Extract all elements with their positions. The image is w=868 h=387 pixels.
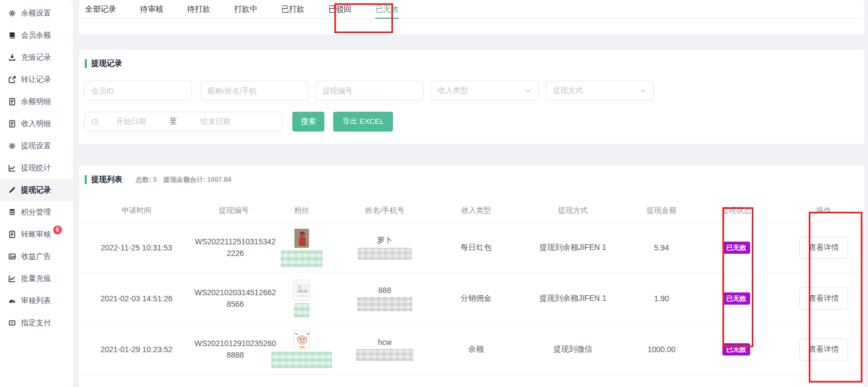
gear-icon	[8, 142, 16, 150]
end-date-placeholder: 结束日期	[183, 117, 248, 127]
status-badge: 已无效	[722, 292, 750, 305]
sidebar-item-balance-settings[interactable]: 余额设置	[0, 2, 73, 24]
member-id-input[interactable]	[84, 81, 192, 101]
list-title-text: 提现列表	[91, 175, 122, 185]
status-tabs: 全部记录 待审核 待打款 打款中 已打款 已驳回 已无效	[79, 0, 864, 19]
sidebar-item-label: 收益广告	[21, 252, 51, 262]
cell-apply-time: 2021-02-03 14:51:26	[79, 294, 194, 303]
cell-fan	[274, 331, 329, 368]
sidebar-item-transfer-records[interactable]: 转让记录	[0, 69, 73, 91]
line-chart-icon	[8, 164, 16, 172]
sidebar-item-recharge-records[interactable]: 充值记录	[0, 46, 73, 69]
sidebar-item-batch-recharge[interactable]: 批量充值	[0, 268, 73, 290]
withdraw-method-select[interactable]: 提现方式	[546, 81, 654, 101]
cell-name-phone: hcw	[329, 338, 440, 361]
cell-amount: 1.90	[634, 294, 689, 303]
col-header-apply-time: 申请时间	[79, 206, 194, 216]
fan-name: 萝卜	[377, 236, 392, 245]
tab-paying[interactable]: 打款中	[234, 0, 257, 19]
blurred-fan-name	[281, 250, 323, 267]
sidebar-item-income-details[interactable]: 收入明细	[0, 113, 73, 135]
view-detail-button[interactable]: 查看详情	[799, 237, 848, 259]
cell-withdraw-method: 提现到余额JIFEN 1	[512, 243, 634, 253]
status-badge: 已无效	[722, 343, 750, 355]
sidebar-item-label: 转让记录	[21, 75, 51, 85]
withdraw-table: 申请时间 提现编号 粉丝 姓名/手机号 收入类型 提现方式 提现金额 提现状态 …	[79, 199, 864, 375]
tab-all-records[interactable]: 全部记录	[85, 0, 116, 19]
sidebar: 余额设置 会员余额 充值记录 转让记录 余额明细 收入明细 提现设置 提现统计 …	[0, 0, 73, 387]
view-detail-button[interactable]: 查看详情	[799, 338, 848, 360]
sidebar-item-label: 批量充值	[21, 274, 51, 284]
gauge-icon	[8, 297, 16, 305]
cell-apply-time: 2021-01-29 10:23:52	[79, 345, 194, 354]
fan-name: 888	[378, 286, 391, 295]
cell-withdraw-method: 提现到余额JIFEN 1	[512, 294, 634, 304]
external-link-icon	[8, 76, 16, 83]
sidebar-item-transfer-audit[interactable]: 转账审核 6	[0, 223, 73, 245]
cell-name-phone: 萝卜	[329, 236, 440, 260]
sidebar-item-balance-details[interactable]: 余额明细	[0, 91, 73, 113]
tab-invalid[interactable]: 已无效	[375, 0, 399, 19]
sidebar-item-withdraw-records[interactable]: 提现记录	[0, 179, 73, 201]
tab-paid[interactable]: 已打款	[281, 0, 304, 19]
view-detail-button[interactable]: 查看详情	[799, 287, 848, 310]
sidebar-item-label: 会员余额	[21, 30, 51, 40]
cell-withdraw-method: 提现到微信	[512, 344, 634, 354]
tab-pending-payment[interactable]: 待打款	[187, 0, 210, 19]
sidebar-item-label: 积分管理	[21, 207, 51, 217]
cell-income-type: 分销佣金	[440, 294, 512, 304]
sidebar-item-points-management[interactable]: 积分管理	[0, 201, 73, 223]
cell-fan	[274, 228, 329, 267]
withdraw-method-placeholder: 提现方式	[553, 86, 583, 96]
blurred-fan-name	[271, 352, 332, 368]
income-type-select[interactable]: 收入类型	[431, 81, 539, 101]
col-header-action: 操作	[783, 206, 864, 216]
fan-avatar	[294, 228, 309, 248]
book-icon	[8, 32, 16, 39]
table-header-row: 申请时间 提现编号 粉丝 姓名/手机号 收入类型 提现方式 提现金额 提现状态 …	[79, 199, 864, 222]
tab-rejected[interactable]: 已驳回	[328, 0, 352, 19]
blurred-phone	[358, 248, 412, 260]
cell-withdraw-no: WS20210129102352608888	[194, 338, 277, 361]
sidebar-item-audit-list[interactable]: 审核列表	[0, 290, 73, 312]
search-button[interactable]: 搜索	[292, 112, 324, 132]
summary-total: 总数: 3	[136, 175, 157, 185]
sidebar-item-label: 余额明细	[21, 97, 51, 107]
tab-pending-review[interactable]: 待审核	[140, 0, 163, 19]
payment-icon	[8, 319, 16, 327]
section-accent-bar	[85, 59, 87, 68]
cell-withdraw-no: WS20221125103153422226	[194, 236, 277, 259]
date-range-picker[interactable]: 开始日期 至 结束日期	[84, 112, 282, 132]
coins-icon	[8, 208, 16, 216]
date-separator: 至	[164, 117, 183, 127]
cell-apply-time: 2022-11-25 10:31:53	[79, 243, 194, 252]
sidebar-item-designated-payment[interactable]: 指定支付	[0, 312, 73, 334]
col-header-fan: 粉丝	[274, 206, 329, 216]
sidebar-item-revenue-ads[interactable]: 收益广告	[0, 245, 73, 268]
download-icon	[8, 54, 16, 61]
sidebar-item-label: 审核列表	[21, 296, 51, 306]
search-section-title: 提现记录	[79, 50, 864, 69]
withdraw-no-input[interactable]	[316, 81, 423, 101]
fan-avatar	[293, 331, 310, 349]
line-chart-icon	[8, 275, 16, 283]
status-badge: 已无效	[722, 242, 750, 254]
clock-icon	[91, 118, 99, 125]
sidebar-item-label: 收入明细	[21, 119, 51, 129]
export-excel-button[interactable]: 导出 EXCEL	[333, 112, 393, 132]
fan-avatar-placeholder	[293, 280, 310, 301]
sidebar-item-member-balance[interactable]: 会员余额	[0, 24, 73, 46]
cell-income-type: 每日红包	[440, 243, 512, 253]
col-header-income-type: 收入类型	[440, 206, 512, 216]
gear-icon	[8, 9, 16, 17]
sidebar-item-withdraw-stats[interactable]: 提现统计	[0, 157, 73, 179]
nickname-input[interactable]	[200, 81, 308, 101]
sidebar-item-label: 转账审核	[21, 229, 51, 239]
status-tabs-panel: 全部记录 待审核 待打款 打款中 已打款 已驳回 已无效	[79, 0, 864, 34]
sidebar-item-label: 提现记录	[21, 185, 51, 195]
sidebar-item-label: 提现统计	[21, 163, 51, 173]
blurred-phone	[357, 297, 412, 311]
sidebar-item-withdraw-settings[interactable]: 提现设置	[0, 135, 73, 157]
col-header-withdraw-no: 提现编号	[194, 206, 274, 216]
cell-fan	[274, 280, 329, 317]
